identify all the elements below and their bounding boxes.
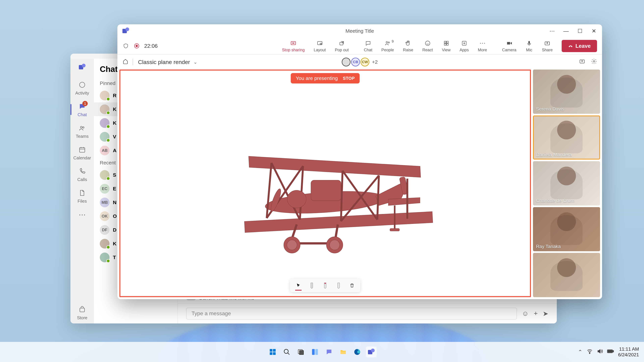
message-input[interactable]: Type a message <box>186 308 517 320</box>
overflow-count: +2 <box>372 59 378 65</box>
svg-point-61 <box>589 353 590 354</box>
more-window-button[interactable]: ⋯ <box>549 28 555 34</box>
svg-rect-53 <box>273 352 276 355</box>
mic-button[interactable]: Mic <box>522 38 537 54</box>
avatar: CB <box>351 58 360 66</box>
svg-rect-15 <box>446 41 448 43</box>
attach-icon[interactable]: + <box>534 310 538 317</box>
avatar <box>100 253 110 262</box>
svg-point-0 <box>80 82 85 87</box>
svg-rect-9 <box>320 43 322 44</box>
rail-activity[interactable]: Activity <box>70 77 94 99</box>
svg-point-39 <box>287 190 306 208</box>
share-button[interactable]: Share <box>538 38 556 54</box>
minimize-button[interactable]: — <box>563 28 569 34</box>
share-link-icon[interactable] <box>579 58 585 66</box>
rail-calendar[interactable]: Calendar <box>70 142 94 164</box>
rail-files[interactable]: Files <box>70 185 94 207</box>
settings-icon[interactable] <box>591 58 597 66</box>
stop-presenting-button[interactable]: STOP <box>343 76 354 81</box>
react-button[interactable]: React <box>418 38 437 54</box>
chat-app-button[interactable] <box>324 347 334 357</box>
rail-teams[interactable]: Teams <box>70 120 94 142</box>
emoji-icon[interactable]: ☺ <box>522 310 529 317</box>
emoji-icon <box>424 39 431 47</box>
rail-more[interactable]: ⋯ <box>70 207 94 222</box>
svg-point-46 <box>330 240 340 250</box>
close-button[interactable]: ✕ <box>591 28 597 34</box>
record-icon <box>133 42 140 49</box>
start-button[interactable] <box>267 347 278 357</box>
avatar <box>100 118 110 128</box>
system-tray: ⌃ 11:11 AM 6/24/2021 <box>578 346 639 358</box>
home-icon[interactable] <box>122 58 128 66</box>
svg-point-2 <box>83 127 84 128</box>
chevron-down-icon[interactable]: ⌄ <box>193 59 197 65</box>
battery-icon[interactable] <box>607 348 614 356</box>
avatar <box>100 104 110 114</box>
biplane-illustration <box>161 104 489 262</box>
people-button[interactable]: 9People <box>377 38 398 54</box>
calendar-icon <box>78 145 87 154</box>
participant-video-tile[interactable]: Serena Davis <box>533 69 600 114</box>
presentation-area[interactable]: You are presenting STOP <box>120 69 531 297</box>
maximize-button[interactable]: ☐ <box>577 28 583 34</box>
svg-point-44 <box>287 240 297 250</box>
layout-button[interactable]: Layout <box>310 38 330 54</box>
participant-video-tile[interactable] <box>533 253 600 297</box>
hangup-icon <box>568 43 573 48</box>
document-title[interactable]: Classic plane render <box>138 59 190 65</box>
avatar <box>100 170 110 180</box>
chat-badge: 1 <box>82 101 88 106</box>
search-button[interactable] <box>282 347 292 357</box>
svg-point-11 <box>386 41 388 43</box>
stop-sharing-button[interactable]: Stop sharing <box>278 38 309 54</box>
teams-app-button[interactable] <box>366 347 377 357</box>
svg-point-13 <box>425 41 430 45</box>
popout-button[interactable]: Pop out <box>331 38 353 54</box>
taskbar[interactable]: ⌃ 11:11 AM 6/24/2021 <box>0 342 644 362</box>
participant-video-tile[interactable]: Daniela Mandera <box>533 115 600 160</box>
widgets-button[interactable] <box>310 347 320 357</box>
view-button[interactable]: View <box>438 38 455 54</box>
apps-button[interactable]: Apps <box>456 38 473 54</box>
delete-tool[interactable] <box>348 281 356 290</box>
participant-video-tile[interactable]: Charlotte de Crum <box>533 161 600 205</box>
pen-tool-red[interactable] <box>321 281 330 290</box>
svg-rect-58 <box>315 349 318 355</box>
task-view-button[interactable] <box>296 347 306 357</box>
collaborator-avatars[interactable]: CB CW +2 <box>342 58 378 66</box>
highlighter-tool[interactable] <box>334 281 343 290</box>
explorer-button[interactable] <box>338 347 348 357</box>
meeting-titlebar[interactable]: Meeting Title ⋯ — ☐ ✕ <box>118 24 602 38</box>
tray-chevron-icon[interactable]: ⌃ <box>578 349 582 355</box>
cursor-tool[interactable] <box>294 281 302 290</box>
camera-button[interactable]: Camera <box>498 38 520 54</box>
rail-calls[interactable]: Calls <box>70 164 94 185</box>
leave-button[interactable]: Leave <box>562 40 597 52</box>
rail-chat[interactable]: 1 Chat <box>70 99 94 120</box>
chat-icon <box>364 39 372 47</box>
volume-icon[interactable] <box>597 348 603 356</box>
teams-logo-icon <box>77 62 87 72</box>
send-icon[interactable]: ➤ <box>543 310 548 318</box>
more-button[interactable]: ⋯More <box>474 38 491 54</box>
stop-sharing-icon <box>290 39 297 47</box>
svg-rect-16 <box>444 43 446 45</box>
raise-button[interactable]: Raise <box>399 38 417 54</box>
rail-store[interactable]: Store <box>70 302 94 324</box>
chat-button[interactable]: Chat <box>360 38 376 54</box>
shield-icon[interactable] <box>122 42 129 49</box>
pen-tool-gray[interactable] <box>308 281 316 290</box>
presenter-bar: Classic plane render ⌄ CB CW +2 <box>118 54 602 69</box>
meeting-body: You are presenting STOP <box>118 69 602 299</box>
wifi-icon[interactable] <box>587 348 593 356</box>
participant-video-tile[interactable]: Ray Tanaka <box>533 207 600 251</box>
grid-icon <box>442 39 450 47</box>
store-icon <box>78 305 87 314</box>
svg-rect-57 <box>312 349 315 355</box>
edge-button[interactable] <box>352 347 362 357</box>
svg-rect-59 <box>340 352 346 354</box>
svg-rect-4 <box>80 308 84 312</box>
system-clock[interactable]: 11:11 AM 6/24/2021 <box>618 346 639 358</box>
